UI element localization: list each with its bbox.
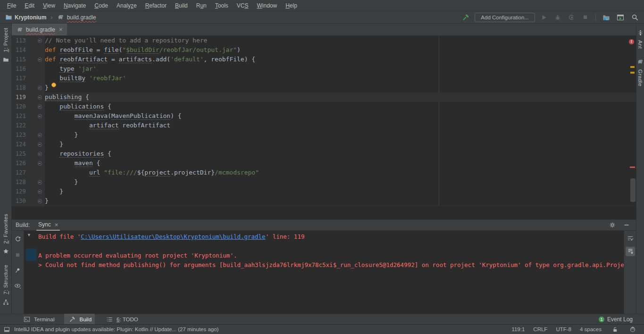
status-message[interactable]: IntelliJ IDEA and plugin updates availab… xyxy=(14,326,218,332)
code-text[interactable]: } xyxy=(45,177,78,187)
menu-item-help[interactable]: Help xyxy=(281,0,301,11)
fold-gutter[interactable] xyxy=(34,36,45,45)
menu-item-edit[interactable]: Edit xyxy=(20,0,39,11)
toggle-tool-windows-icon[interactable] xyxy=(3,326,10,333)
lock-icon[interactable] xyxy=(610,325,619,334)
fold-collapse-icon[interactable] xyxy=(38,58,42,62)
line-number[interactable]: 123 xyxy=(12,130,34,140)
code-text[interactable]: publishing { xyxy=(45,92,89,102)
fold-gutter[interactable] xyxy=(34,83,45,92)
fold-gutter[interactable] xyxy=(34,149,45,159)
line-number[interactable]: 113 xyxy=(12,36,34,45)
tool-window-button-6-todo[interactable]: 6: TODO xyxy=(101,314,142,325)
pin-icon[interactable] xyxy=(13,266,23,275)
line-number[interactable]: 115 xyxy=(12,55,34,64)
menu-item-refactor[interactable]: Refactor xyxy=(141,0,171,11)
code-text[interactable]: } xyxy=(45,130,78,140)
code-text[interactable]: } xyxy=(45,140,63,149)
line-number[interactable]: 120 xyxy=(12,102,34,111)
build-tab-sync[interactable]: Sync × xyxy=(36,220,60,231)
menu-item-vcs[interactable]: VCS xyxy=(233,0,253,11)
code-text[interactable]: mavenJava(MavenPublication) { xyxy=(45,111,182,121)
fold-gutter[interactable] xyxy=(34,140,45,149)
breadcrumb-file[interactable]: build.gradle xyxy=(67,14,96,21)
tool-window-button-build[interactable]: Build xyxy=(64,314,95,325)
tab-close-icon[interactable]: × xyxy=(59,26,63,33)
fold-end-icon[interactable] xyxy=(38,133,42,137)
line-number[interactable]: 126 xyxy=(12,159,34,168)
stripe-button-ant[interactable]: Ant xyxy=(636,24,644,53)
search-everywhere-icon[interactable] xyxy=(630,13,639,22)
menu-item-window[interactable]: Window xyxy=(252,0,281,11)
line-number[interactable]: 117 xyxy=(12,74,34,83)
code-text[interactable]: url "file:///${project.projectDir}/mcmod… xyxy=(45,168,259,177)
scroll-to-end-button[interactable] xyxy=(626,247,635,256)
editor-scrollbar[interactable] xyxy=(630,178,636,202)
code-text[interactable]: def reobfArtifact = artifacts.add('defau… xyxy=(45,55,255,64)
code-editor[interactable]: 113// Note you'll need to add a reposito… xyxy=(12,36,636,206)
warning-stripe-mark[interactable] xyxy=(630,72,635,74)
line-number[interactable]: 130 xyxy=(12,196,34,206)
fold-collapse-icon[interactable] xyxy=(38,152,42,156)
coverage-icon[interactable] xyxy=(567,13,576,22)
menu-item-run[interactable]: Run xyxy=(192,0,211,11)
code-text[interactable]: } xyxy=(45,196,49,206)
tab-build-gradle[interactable]: build.gradle × xyxy=(12,24,67,35)
fold-end-icon[interactable] xyxy=(38,86,42,90)
debug-icon[interactable] xyxy=(553,13,562,22)
line-number[interactable]: 114 xyxy=(12,45,34,55)
fold-gutter[interactable] xyxy=(34,111,45,121)
code-text[interactable]: repositories { xyxy=(45,149,111,159)
code-text[interactable]: } xyxy=(45,187,63,196)
fold-collapse-icon[interactable] xyxy=(38,161,42,166)
code-text[interactable]: artifact reobfArtifact xyxy=(45,121,170,130)
fold-collapse-icon[interactable] xyxy=(38,39,42,43)
build-console[interactable]: Build file 'C:\Users\Utilisateur\Desktop… xyxy=(38,231,624,314)
code-text[interactable]: publications { xyxy=(45,102,111,111)
run-icon[interactable] xyxy=(539,13,549,22)
build-hammer-icon[interactable] xyxy=(461,13,470,22)
caret-position[interactable]: 119:1 xyxy=(511,326,525,332)
refresh-icon[interactable] xyxy=(13,234,23,244)
fold-gutter[interactable] xyxy=(34,55,45,64)
code-text[interactable]: // Note you'll need to add a repository … xyxy=(45,36,207,45)
code-text[interactable]: def reobfFile = file("$buildDir/reobfJar… xyxy=(45,45,241,55)
breadcrumb-project[interactable]: Kryptonium xyxy=(15,14,46,21)
code-text[interactable]: } xyxy=(45,83,49,92)
warning-stripe-mark[interactable] xyxy=(630,66,635,68)
stop-icon[interactable] xyxy=(580,13,590,22)
add-configuration-button[interactable]: Add Configuration... xyxy=(475,13,535,22)
stripe-button-1-project[interactable]: 1: Project xyxy=(0,24,11,69)
fold-end-icon[interactable] xyxy=(38,190,42,194)
fold-collapse-icon[interactable] xyxy=(38,105,42,109)
menu-item-file[interactable]: File xyxy=(3,0,20,11)
indent-setting[interactable]: 4 spaces xyxy=(580,326,602,332)
menu-item-analyze[interactable]: Analyze xyxy=(112,0,141,11)
fold-gutter[interactable] xyxy=(34,130,45,140)
fold-gutter[interactable] xyxy=(34,92,45,102)
project-structure-icon[interactable] xyxy=(602,13,611,22)
file-encoding[interactable]: UTF-8 xyxy=(556,326,571,332)
stripe-button-2-favorites[interactable]: 2: Favorites xyxy=(0,209,11,260)
line-number[interactable]: 128 xyxy=(12,177,34,187)
view-options-icon[interactable] xyxy=(13,281,23,291)
event-log-button[interactable]: 1 Event Log xyxy=(599,316,644,323)
stop-process-icon[interactable] xyxy=(13,250,23,259)
fold-gutter[interactable] xyxy=(34,196,45,206)
error-indicator-icon[interactable]: ! xyxy=(629,39,634,44)
fold-end-icon[interactable] xyxy=(38,142,42,147)
line-number[interactable]: 129 xyxy=(12,187,34,196)
fold-end-icon[interactable] xyxy=(38,199,42,203)
console-file-link[interactable]: C:\Users\Utilisateur\Desktop\Kryptonium\… xyxy=(81,233,265,240)
fold-gutter[interactable] xyxy=(34,177,45,187)
fold-collapse-icon[interactable] xyxy=(38,95,42,100)
code-text[interactable]: maven { xyxy=(45,159,100,168)
line-number[interactable]: 122 xyxy=(12,121,34,130)
intention-bulb-icon[interactable] xyxy=(51,83,56,87)
fold-end-icon[interactable] xyxy=(38,180,42,184)
fold-gutter[interactable] xyxy=(34,102,45,111)
error-stripe-mark[interactable] xyxy=(630,167,635,168)
line-number[interactable]: 124 xyxy=(12,140,34,149)
line-number[interactable]: 119 xyxy=(12,92,34,102)
tool-window-button-terminal[interactable]: Terminal xyxy=(19,314,58,325)
